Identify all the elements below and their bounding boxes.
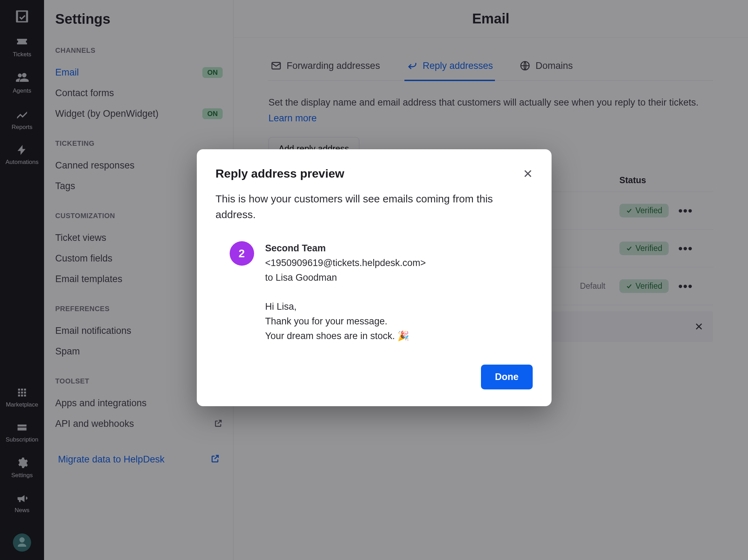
body-line: Thank you for your message. xyxy=(265,314,426,329)
email-preview: 2 Second Team <1950909619@tickets.helpde… xyxy=(230,241,533,344)
body-line: Your dream shoes are in stock. 🎉 xyxy=(265,329,426,344)
to-line: to Lisa Goodman xyxy=(265,271,426,285)
from-email: <1950909619@tickets.helpdesk.com> xyxy=(265,256,426,271)
from-name: Second Team xyxy=(265,241,426,256)
body-line: Hi Lisa, xyxy=(265,300,426,314)
modal-title: Reply address preview xyxy=(216,167,345,180)
reply-preview-modal: Reply address preview ✕ This is how your… xyxy=(197,149,552,406)
close-icon[interactable]: ✕ xyxy=(523,168,533,180)
done-button[interactable]: Done xyxy=(481,365,533,389)
modal-description: This is how your customers will see emai… xyxy=(216,191,533,222)
modal-overlay[interactable]: Reply address preview ✕ This is how your… xyxy=(0,0,748,560)
sender-avatar: 2 xyxy=(230,241,254,266)
